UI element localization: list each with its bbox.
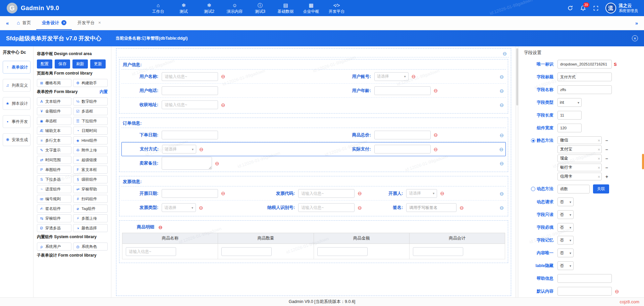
dev-center-item[interactable]: ▪ 事件开发 (3, 115, 31, 128)
option-action-icon[interactable]: – (604, 138, 609, 143)
user-name-input[interactable] (162, 72, 218, 81)
delete-subtable-icon[interactable] (158, 225, 163, 230)
field-title-input[interactable] (557, 73, 612, 81)
pay-method-select[interactable]: 请选择 (162, 145, 196, 154)
toggle-select[interactable]: 否 (557, 236, 574, 245)
form-library-item[interactable]: ½ 数字组件 (73, 97, 108, 105)
remove-row-icon[interactable] (499, 102, 504, 107)
delete-field-icon[interactable] (440, 191, 444, 196)
static-option-input[interactable] (557, 173, 602, 180)
option-action-icon[interactable]: + (604, 174, 609, 179)
actual-pay-input[interactable] (374, 145, 431, 154)
form-library-item[interactable]: ¥ 金额组件 (37, 107, 71, 115)
form-library-item[interactable]: ◉ 单选框 (37, 117, 71, 125)
delete-field-icon[interactable] (199, 205, 203, 210)
field-length-input[interactable] (557, 111, 582, 120)
form-library-item[interactable]: ⌀ Tag组件 (73, 205, 108, 213)
topnav-item[interactable]: ▤ 基础数据 (274, 1, 298, 15)
refresh-icon[interactable] (567, 5, 573, 11)
goods-name-input[interactable] (126, 247, 176, 256)
remove-row-icon[interactable] (499, 74, 504, 79)
form-library-item[interactable]: ⚡ 多图上传 (73, 214, 108, 222)
static-method-radio[interactable] (531, 138, 535, 143)
user-account-select[interactable]: 请选择 (374, 72, 409, 81)
remove-row-icon[interactable] (499, 161, 504, 166)
toggle-select[interactable]: 否 (557, 261, 574, 270)
remove-row-icon[interactable] (499, 88, 504, 93)
topnav-item[interactable]: ⌂ 工作台 (147, 1, 170, 15)
canvas-scrollbar-thumb[interactable] (516, 48, 518, 105)
topnav-item[interactable]: ☺ 演示内容 (223, 1, 247, 15)
drawer-select[interactable]: 请选择 (406, 189, 437, 198)
tax-no-input[interactable] (298, 203, 355, 212)
delete-field-icon[interactable] (460, 205, 464, 210)
builtin-tag[interactable]: 内置 (100, 89, 108, 95)
remove-row-icon[interactable] (499, 205, 504, 210)
topnav-item[interactable]: ❄ 测试 (172, 1, 196, 15)
field-type-select[interactable]: int (557, 98, 582, 107)
clear-option-icon[interactable] (598, 166, 600, 169)
delete-field-icon[interactable] (412, 74, 416, 79)
field-name-input[interactable] (557, 85, 612, 94)
toggle-select[interactable]: 否 (557, 198, 574, 206)
delete-field-icon[interactable] (221, 74, 225, 79)
invoice-date-input[interactable] (162, 189, 218, 198)
option-action-icon[interactable]: – (604, 147, 609, 152)
delete-field-icon[interactable] (434, 88, 438, 93)
option-action-icon[interactable]: – (604, 165, 609, 170)
form-library-item[interactable]: P 单图组件 (37, 166, 71, 174)
fullscreen-icon[interactable] (593, 5, 599, 11)
dev-center-item[interactable]: ♫ 列表定义 (3, 79, 31, 92)
tab-item[interactable]: 业务设计 (36, 16, 72, 30)
form-library-item[interactable]: S 下拉多选 (37, 175, 71, 183)
canvas-action-button[interactable]: 更新 (90, 59, 106, 69)
form-library-item[interactable]: # 扫码组件 (73, 195, 108, 203)
signature-input[interactable] (406, 203, 457, 212)
system-library-item[interactable]: ◎ 系统角色 (73, 243, 108, 251)
relate-button[interactable]: 关联 (593, 184, 609, 193)
form-library-item[interactable]: ◔ 日期时间 (73, 127, 108, 135)
platform-close-icon[interactable] (632, 35, 638, 41)
delete-field-icon[interactable] (358, 191, 362, 196)
form-library-item[interactable]: ✍ 签名组件 (37, 205, 71, 213)
clear-option-icon[interactable] (598, 147, 600, 151)
seller-note-textarea[interactable] (162, 157, 212, 170)
tab-home[interactable]: 首页 (11, 16, 36, 30)
topnav-item[interactable]: ▦ 企业中枢 (300, 1, 323, 15)
dev-center-item[interactable]: ❋ 安装生成 (3, 133, 31, 146)
form-library-item[interactable]: ⇄ 时间范围 (37, 156, 71, 164)
delete-field-icon[interactable] (434, 132, 438, 137)
canvas-action-button[interactable]: 刷新 (72, 59, 88, 69)
toggle-select[interactable]: 否 (557, 249, 574, 257)
form-library-item[interactable]: ⇌ 穿梭帮助 (73, 185, 108, 193)
form-library-item[interactable]: œ 编号规则 (37, 195, 71, 203)
order-date-input[interactable] (162, 131, 218, 139)
option-action-icon[interactable]: – (604, 156, 609, 161)
tab-item[interactable]: 开发平台 (72, 16, 107, 30)
form-library-item[interactable]: ☑ 多选框 (73, 107, 108, 115)
dev-center-item[interactable]: ★ 脚本设计 (3, 97, 31, 110)
delete-field-icon[interactable] (434, 147, 438, 152)
form-library-item[interactable]: Æ 辅助文本 (37, 127, 71, 135)
delete-field-icon[interactable] (221, 191, 225, 196)
dev-center-item[interactable]: ↑ 表单设计 (3, 61, 31, 74)
notifications-bell-icon[interactable]: 39 (580, 5, 586, 11)
canvas-action-button[interactable]: 保存 (55, 59, 70, 69)
canvas-action-button[interactable]: 配置 (37, 59, 52, 69)
remove-row-icon[interactable] (499, 147, 503, 152)
static-option-input[interactable] (557, 145, 602, 153)
tab-close-icon[interactable] (97, 20, 102, 25)
clear-option-icon[interactable] (598, 175, 600, 178)
form-library-item[interactable]: ≡ 多行文本 (37, 136, 71, 144)
clear-option-icon[interactable] (598, 157, 600, 160)
delete-field-icon[interactable] (215, 161, 219, 166)
form-library-item[interactable]: ◑ 颜色选择 (73, 224, 108, 232)
static-option-input[interactable] (557, 155, 602, 162)
delete-field-icon[interactable] (221, 102, 225, 107)
help-info-input[interactable] (557, 274, 612, 283)
form-library-item[interactable]: § 级联组件 (73, 175, 108, 183)
system-library-item[interactable]: ρ 系统用户 (37, 243, 71, 251)
topnav-item[interactable]: ⓘ 测试3 (249, 1, 272, 15)
layout-library-item[interactable]: ⊞ 栅格布局 (37, 79, 71, 87)
invoice-type-select[interactable]: 请选择 (162, 203, 196, 212)
